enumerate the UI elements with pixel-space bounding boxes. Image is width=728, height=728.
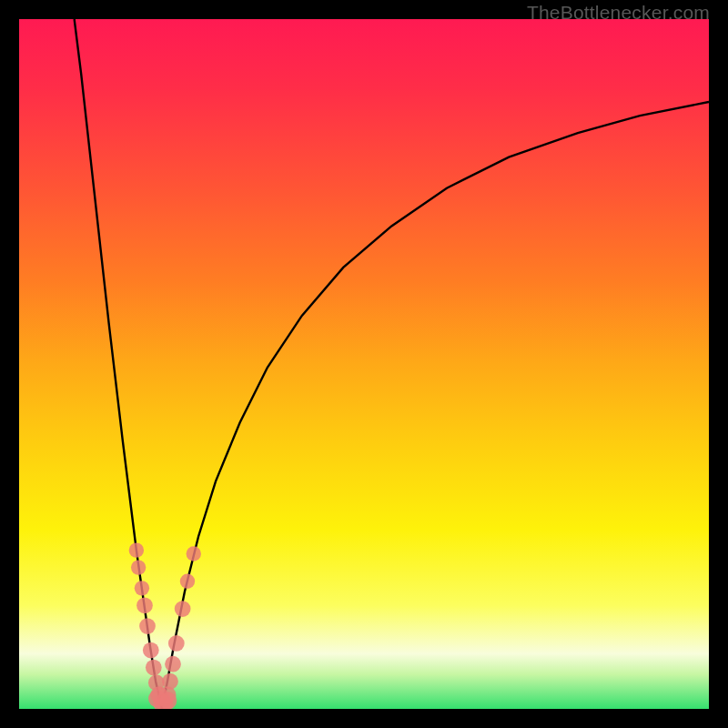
chart-container: TheBottlenecker.com [0, 0, 728, 728]
watermark-text: TheBottlenecker.com [527, 2, 710, 24]
plot-background-gradient [19, 19, 709, 709]
